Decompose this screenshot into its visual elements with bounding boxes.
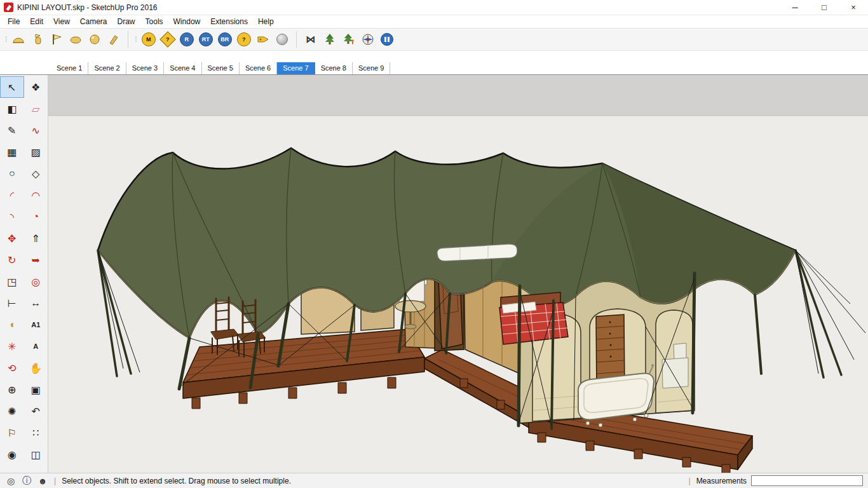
title-bar: KIPINI LAYOUT.skp - SketchUp Pro 2016 ─ … — [0, 0, 868, 15]
zoom-tool[interactable]: ⊕ — [0, 379, 24, 400]
line-tool[interactable]: ✎ — [0, 119, 24, 141]
scene-tab-5[interactable]: Scene 5 — [202, 62, 240, 74]
tree-icon[interactable] — [321, 30, 339, 48]
tag-icon[interactable] — [254, 30, 272, 48]
scene-tab-8[interactable]: Scene 8 — [315, 62, 353, 74]
letter-rt-badge[interactable]: RT — [197, 30, 215, 48]
intersect-icon[interactable]: ⋈ — [302, 30, 320, 48]
rectangle-tool[interactable]: ▦ — [0, 141, 24, 163]
axes-tool[interactable]: ✳ — [0, 336, 24, 357]
make-component-tool[interactable]: ❖ — [24, 76, 48, 98]
credits-info-icon[interactable]: ⓘ — [21, 475, 32, 487]
protractor-tool[interactable]: ◖ — [0, 314, 24, 336]
tree-figure-icon[interactable] — [340, 30, 358, 48]
zoom-extents-tool[interactable]: ✺ — [0, 400, 24, 422]
sketchup-logo — [4, 3, 13, 12]
scene-tab-7[interactable]: Scene 7 — [277, 62, 315, 74]
model-3d-view[interactable] — [48, 75, 868, 473]
bed[interactable] — [499, 292, 568, 344]
scene-tab-2[interactable]: Scene 2 — [88, 62, 126, 74]
disc-icon[interactable] — [67, 30, 85, 48]
polygon-tool[interactable]: ◇ — [24, 163, 48, 184]
maximize-button[interactable]: □ — [810, 0, 839, 15]
toolbar-grip[interactable]: ⁞ — [5, 35, 6, 44]
sphere-icon-toolbar[interactable] — [86, 30, 104, 48]
walk-tool[interactable]: ∷ — [24, 422, 48, 444]
three-point-arc-tool[interactable]: ◝ — [0, 206, 24, 227]
dimension-tool[interactable]: ↔ — [24, 292, 48, 314]
status-separator-right: | — [688, 477, 692, 485]
look-around-tool[interactable]: ◉ — [0, 444, 24, 465]
push-pull-tool[interactable]: ⇑ — [24, 227, 48, 249]
viewport[interactable] — [48, 75, 868, 473]
menu-file[interactable]: File — [3, 16, 25, 27]
arc-tool[interactable]: ◜ — [0, 184, 24, 206]
paint-bucket-tool[interactable]: ◧ — [0, 98, 24, 119]
close-button[interactable]: × — [839, 0, 868, 15]
minimize-button[interactable]: ─ — [780, 0, 810, 15]
dome-icon[interactable] — [10, 30, 27, 48]
menu-tools[interactable]: Tools — [140, 16, 168, 27]
measurements-input[interactable] — [751, 475, 863, 486]
freehand-tool[interactable]: ∿ — [24, 119, 48, 141]
menu-extensions[interactable]: Extensions — [205, 16, 253, 27]
toolbar-separator — [128, 31, 128, 48]
scale-tool[interactable]: ◳ — [0, 271, 24, 292]
cylinder-flag-icon[interactable] — [29, 30, 46, 48]
menu-draw[interactable]: Draw — [112, 16, 140, 27]
scene-tab-9[interactable]: Scene 9 — [353, 62, 390, 74]
app-window: { "window": { "title": "KIPINI LAYOUT.sk… — [0, 0, 868, 488]
3d-text-tool[interactable]: A — [24, 336, 48, 357]
compass-icon[interactable] — [359, 30, 377, 48]
follow-me-tool[interactable]: ➥ — [24, 249, 48, 271]
pan-tool[interactable]: ✋ — [24, 357, 48, 379]
toolbar-grip-2[interactable]: ⁞ — [135, 35, 135, 44]
sphere-icon[interactable] — [273, 30, 291, 48]
toolbar-gap — [0, 51, 868, 61]
scene-tab-4[interactable]: Scene 4 — [164, 62, 201, 74]
sign-in-user-icon[interactable]: ☻ — [37, 476, 48, 486]
scene-tabs-bar: Scene 1 Scene 2 Scene 3 Scene 4 Scene 5 … — [0, 61, 868, 75]
text-tool[interactable]: A1 — [24, 314, 48, 336]
previous-view-tool[interactable]: ↶ — [24, 400, 48, 422]
section-plane-tool[interactable]: ◫ — [24, 444, 48, 465]
menu-window[interactable]: Window — [168, 16, 206, 27]
menu-camera[interactable]: Camera — [75, 16, 112, 27]
measurements-label: Measurements — [696, 477, 747, 485]
tool-palette: ↖ ❖ ◧ ▱ ✎ ∿ ▦ ▨ ○ ◇ ◜ ◠ ◝ ◔ ✥ ⇑ ↻ ➥ ◳ ◎ … — [0, 75, 48, 473]
window-title: KIPINI LAYOUT.skp - SketchUp Pro 2016 — [17, 3, 158, 12]
offset-tool[interactable]: ◎ — [24, 271, 48, 292]
question-diamond-badge[interactable]: ? — [159, 30, 177, 48]
chisel-icon[interactable] — [105, 30, 123, 48]
geolocation-icon[interactable]: ◎ — [5, 476, 17, 486]
letter-r-badge[interactable]: R — [178, 30, 196, 48]
scene-tab-6[interactable]: Scene 6 — [240, 62, 277, 74]
position-camera-tool[interactable]: ⚐ — [0, 422, 24, 444]
move-tool[interactable]: ✥ — [0, 227, 24, 249]
select-tool[interactable]: ↖ — [0, 76, 24, 98]
tape-measure-tool[interactable]: ⊢ — [0, 292, 24, 314]
menu-view[interactable]: View — [48, 16, 75, 27]
plugin-toolbar: ⁞ ⁞ M ? R RT BR ? ⋈ — [0, 28, 868, 51]
rotate-tool[interactable]: ↻ — [0, 249, 24, 271]
toolbar-separator-2 — [296, 31, 297, 48]
viewport-sky — [48, 75, 868, 116]
pie-tool[interactable]: ◔ — [24, 206, 48, 227]
letter-br-badge[interactable]: BR — [216, 30, 234, 48]
circle-tool[interactable]: ○ — [0, 163, 24, 184]
zoom-window-tool[interactable]: ▣ — [24, 379, 48, 400]
eraser-tool[interactable]: ▱ — [24, 98, 48, 119]
flag-icon[interactable] — [48, 30, 65, 48]
rotated-rectangle-tool[interactable]: ▨ — [24, 141, 48, 163]
menu-help[interactable]: Help — [253, 16, 279, 27]
menu-edit[interactable]: Edit — [25, 16, 48, 27]
question-circle-badge[interactable]: ? — [235, 30, 253, 48]
letter-m-badge[interactable]: M — [140, 30, 158, 48]
status-separator: | — [53, 477, 57, 485]
scene-tab-1[interactable]: Scene 1 — [51, 62, 88, 74]
pause-icon[interactable] — [378, 30, 396, 48]
status-hint-text: Select objects. Shift to extend select. … — [62, 477, 291, 485]
two-point-arc-tool[interactable]: ◠ — [24, 184, 48, 206]
orbit-tool[interactable]: ⟲ — [0, 357, 24, 379]
scene-tab-3[interactable]: Scene 3 — [126, 62, 164, 74]
